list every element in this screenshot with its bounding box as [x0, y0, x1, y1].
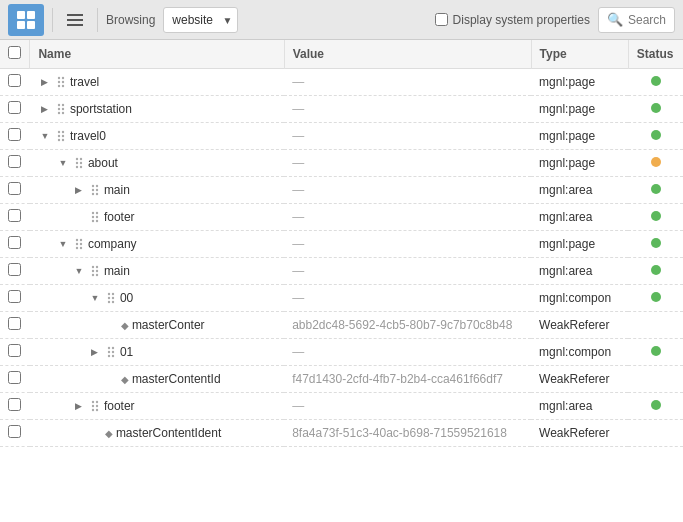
svg-point-66: [92, 405, 94, 407]
svg-point-28: [92, 185, 94, 187]
svg-point-42: [76, 243, 78, 245]
node-value: —: [284, 339, 531, 366]
node-name-label: about: [88, 156, 118, 170]
browsing-select-wrapper: website dam config ▼: [163, 7, 238, 33]
row-checkbox[interactable]: [8, 344, 21, 357]
expand-button[interactable]: ▶: [72, 399, 86, 413]
svg-point-29: [96, 185, 98, 187]
expand-button[interactable]: ▶: [72, 183, 86, 197]
node-type: mgnl:page: [531, 69, 628, 96]
drag-icon: [72, 156, 86, 170]
node-type: WeakReferer: [531, 366, 628, 393]
drag-icon: [104, 345, 118, 359]
row-checkbox[interactable]: [8, 128, 21, 141]
svg-point-21: [62, 139, 64, 141]
node-value: —: [284, 177, 531, 204]
svg-point-20: [58, 139, 60, 141]
row-checkbox[interactable]: [8, 263, 21, 276]
svg-point-30: [92, 189, 94, 191]
row-checkbox[interactable]: [8, 101, 21, 114]
svg-point-45: [80, 247, 82, 249]
status-dot: [651, 130, 661, 140]
svg-rect-3: [27, 21, 35, 29]
row-checkbox[interactable]: [8, 317, 21, 330]
svg-point-10: [58, 104, 60, 106]
node-name-label: main: [104, 183, 130, 197]
node-name-label: company: [88, 237, 137, 251]
browsing-select[interactable]: website dam config: [163, 7, 238, 33]
row-checkbox[interactable]: [8, 182, 21, 195]
expand-button[interactable]: ▼: [88, 291, 102, 305]
expand-button[interactable]: ▶: [38, 102, 52, 116]
svg-point-17: [62, 131, 64, 133]
node-status: [628, 204, 683, 231]
svg-point-38: [92, 220, 94, 222]
expand-placeholder: [72, 210, 86, 224]
browsing-label: Browsing: [106, 13, 155, 27]
node-name-label: footer: [104, 210, 135, 224]
search-button[interactable]: 🔍 Search: [598, 7, 675, 33]
svg-point-4: [58, 77, 60, 79]
svg-point-19: [62, 135, 64, 137]
expand-button[interactable]: ▼: [56, 156, 70, 170]
node-type: mgnl:page: [531, 123, 628, 150]
svg-point-18: [58, 135, 60, 137]
expand-button[interactable]: ▶: [88, 345, 102, 359]
expand-button[interactable]: ▼: [38, 129, 52, 143]
drag-icon: [54, 75, 68, 89]
row-checkbox[interactable]: [8, 425, 21, 438]
app-logo: [8, 4, 44, 36]
svg-point-63: [112, 355, 114, 357]
expand-button[interactable]: ▼: [72, 264, 86, 278]
row-checkbox[interactable]: [8, 398, 21, 411]
row-checkbox[interactable]: [8, 74, 21, 87]
node-type: mgnl:area: [531, 177, 628, 204]
svg-point-68: [92, 409, 94, 411]
row-checkbox[interactable]: [8, 209, 21, 222]
status-dot: [651, 184, 661, 194]
node-type: mgnl:area: [531, 258, 628, 285]
svg-point-52: [108, 293, 110, 295]
toolbar-divider-1: [52, 8, 53, 32]
node-name-label: masterConter: [132, 318, 205, 332]
node-type: mgnl:page: [531, 96, 628, 123]
node-status: [628, 285, 683, 312]
svg-point-27: [80, 166, 82, 168]
node-value: —: [284, 258, 531, 285]
svg-point-32: [92, 193, 94, 195]
row-checkbox[interactable]: [8, 290, 21, 303]
node-status: [628, 420, 683, 447]
node-name-label: main: [104, 264, 130, 278]
node-status: [628, 69, 683, 96]
drag-icon: [72, 237, 86, 251]
svg-point-41: [80, 239, 82, 241]
node-value: —: [284, 231, 531, 258]
table-row: ◆masterContentIdent8fa4a73f-51c3-40ac-b6…: [0, 420, 683, 447]
svg-point-40: [76, 239, 78, 241]
svg-point-46: [92, 266, 94, 268]
table-row: ▶main—mgnl:area: [0, 177, 683, 204]
row-checkbox[interactable]: [8, 371, 21, 384]
svg-point-67: [96, 405, 98, 407]
status-dot: [651, 265, 661, 275]
display-sys-props-label: Display system properties: [453, 13, 590, 27]
node-value: abb2dc48-5692-4cb5-80b7-9c7b70c8b48: [284, 312, 531, 339]
node-value: f47d1430-2cfd-4fb7-b2b4-cca461f66df7: [284, 366, 531, 393]
node-value: 8fa4a73f-51c3-40ac-b698-71559521618: [284, 420, 531, 447]
expand-button[interactable]: ▶: [38, 75, 52, 89]
svg-point-37: [96, 216, 98, 218]
table-body: ▶travel—mgnl:page▶sportstation—mgnl:page…: [0, 69, 683, 447]
row-checkbox[interactable]: [8, 236, 21, 249]
svg-point-31: [96, 189, 98, 191]
svg-point-11: [62, 104, 64, 106]
table-row: ▼about—mgnl:page: [0, 150, 683, 177]
row-checkbox[interactable]: [8, 155, 21, 168]
node-value: —: [284, 69, 531, 96]
select-all-checkbox[interactable]: [8, 46, 21, 59]
expand-button[interactable]: ▼: [56, 237, 70, 251]
display-sys-props-checkbox[interactable]: [435, 13, 448, 26]
node-type: mgnl:compon: [531, 339, 628, 366]
svg-point-22: [76, 158, 78, 160]
data-table: Name Value Type Status ▶travel—mgnl:page…: [0, 40, 683, 447]
menu-button[interactable]: [61, 6, 89, 34]
